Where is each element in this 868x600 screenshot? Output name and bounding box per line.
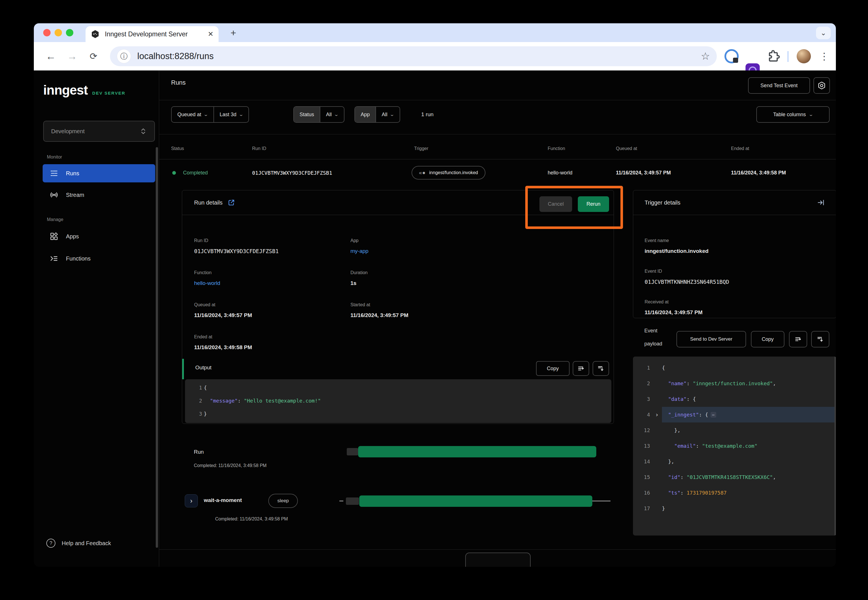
logo-row: inngest DEV SERVER (43, 82, 125, 98)
help-icon: ? (46, 539, 55, 548)
output-copy-button[interactable]: Copy (536, 361, 569, 376)
payload-wrap-lines-button[interactable] (789, 331, 807, 347)
url-bar[interactable]: ⓘ localhost:8288/runs ☆ (110, 46, 717, 66)
col-queued-at[interactable]: Queued at (616, 146, 637, 151)
traffic-light-close[interactable] (43, 29, 51, 36)
token-punct: : (687, 380, 693, 386)
sidebar-item-runs[interactable]: Runs (42, 164, 155, 182)
settings-gear-button[interactable] (813, 77, 830, 94)
received-at-label: Received at (645, 299, 669, 305)
pagination-button-partial[interactable] (465, 553, 531, 567)
app-content: inngest DEV SERVER Development Monitor R… (34, 70, 836, 567)
step-expand-chevron[interactable]: › (185, 494, 198, 508)
code-text: "message": "Hello test@example.com!" (204, 394, 612, 407)
payload-copy-button[interactable]: Copy (751, 331, 785, 347)
token-punct (662, 396, 668, 402)
run-bar[interactable] (358, 446, 596, 458)
col-trigger[interactable]: Trigger (414, 146, 428, 151)
app-filter-button[interactable]: All⌄ (375, 107, 400, 122)
browser-menu-icon[interactable]: ⋮ (819, 42, 829, 70)
browser-tab[interactable]: Inngest Development Server ✕ (85, 26, 219, 42)
environment-select[interactable]: Development (43, 121, 155, 142)
token-string: "Hello test@example.com!" (244, 398, 321, 404)
token-punct (204, 398, 210, 404)
environment-select-value: Development (51, 128, 85, 135)
bookmark-star-icon[interactable]: ☆ (701, 50, 710, 62)
token-fold[interactable]: ⋯ (710, 412, 716, 418)
status-filter-button[interactable]: All⌄ (320, 107, 344, 122)
fold-chevron-icon[interactable]: › (652, 411, 662, 418)
main-area: Runs Send Test Event Queued at⌄ Last 3d⌄ (159, 70, 836, 567)
password-manager-extension-icon[interactable] (724, 49, 739, 64)
wrap-lines-icon (794, 335, 802, 343)
external-link-icon[interactable] (228, 199, 235, 206)
function-link[interactable]: hello-world (194, 280, 220, 286)
col-function[interactable]: Function (548, 146, 565, 151)
col-run-id[interactable]: Run ID (252, 146, 266, 151)
output-code-block: 1{2 "message": "Hello test@example.com!"… (185, 379, 612, 423)
step-bar[interactable] (359, 495, 592, 507)
output-wrap-lines-button[interactable] (573, 361, 589, 376)
token-key: "name" (668, 380, 687, 386)
duration-label: Duration (351, 270, 367, 275)
new-tab-button[interactable]: + (231, 27, 236, 38)
inngest-favicon-icon (91, 30, 100, 39)
tab-title: Inngest Development Server (105, 30, 205, 38)
help-and-feedback[interactable]: ? Help and Feedback (46, 539, 111, 548)
sidebar-item-label: Functions (66, 255, 91, 262)
collapse-panel-icon[interactable] (817, 198, 825, 206)
filter-range-button[interactable]: Last 3d⌄ (214, 107, 249, 122)
started-at-value: 11/16/2024, 3:49:57 PM (351, 312, 408, 318)
col-status[interactable]: Status (171, 146, 184, 151)
table-columns-button[interactable]: Table columns⌄ (756, 106, 830, 123)
run-bar-queue-segment (347, 448, 358, 455)
event-payload-label: Event payload (644, 324, 662, 350)
sidebar-item-stream[interactable]: Stream (42, 186, 155, 204)
token-punct: : (680, 474, 687, 480)
scrollbar-thumb[interactable] (156, 147, 158, 548)
token-punct: { (662, 365, 665, 371)
chevron-down-icon: ⌄ (238, 112, 244, 117)
started-at-label: Started at (351, 302, 370, 308)
tab-close-icon[interactable]: ✕ (208, 30, 214, 38)
token-number: 1731790197587 (687, 490, 727, 496)
token-punct: : (696, 443, 702, 449)
sidebar-item-label: Stream (66, 192, 84, 198)
filter-field-button[interactable]: Queued at⌄ (171, 107, 214, 122)
url-text: localhost:8288/runs (137, 51, 701, 61)
traffic-light-minimize[interactable] (55, 29, 62, 36)
app-link[interactable]: my-app (351, 248, 368, 254)
reload-icon[interactable]: ⟳ (85, 42, 102, 70)
code-text: "email": "test@example.com" (662, 438, 836, 454)
received-at-value: 11/16/2024, 3:49:57 PM (645, 309, 703, 316)
send-test-event-button[interactable]: Send Test Event (748, 77, 810, 94)
sidebar-item-apps[interactable]: Apps (42, 227, 155, 245)
run-id-label: Run ID (194, 238, 208, 243)
output-title: Output (195, 365, 211, 371)
col-ended-at[interactable]: Ended at (731, 146, 749, 151)
payload-expand-button[interactable] (811, 331, 829, 347)
toolbar-separator (788, 51, 788, 62)
status-badge: Completed (183, 165, 208, 181)
extensions-puzzle-icon[interactable] (766, 49, 781, 64)
app-filter-value: All (382, 112, 387, 118)
send-to-dev-server-button[interactable]: Send to Dev Server (677, 331, 746, 347)
trigger-pill-label: inngest/function.invoked (429, 170, 478, 175)
scrollbar-track[interactable] (835, 356, 836, 535)
site-info-icon[interactable]: ⓘ (117, 49, 131, 64)
event-name-value: inngest/function.invoked (645, 248, 709, 254)
step-kind-badge: sleep (268, 494, 298, 508)
sidebar-item-functions[interactable]: Functions (42, 249, 155, 268)
app-filter-label: App (355, 107, 375, 122)
output-expand-button[interactable] (593, 361, 609, 376)
row-ended-at: 11/16/2024, 3:49:58 PM (731, 165, 786, 181)
tab-search-chevron-icon[interactable]: ⌄ (816, 27, 831, 39)
apps-icon (49, 232, 59, 241)
line-number: 16 (633, 490, 652, 496)
code-line: 17} (633, 501, 836, 516)
traffic-light-zoom[interactable] (66, 29, 73, 36)
forward-icon[interactable]: → (64, 42, 81, 70)
back-icon[interactable]: ← (42, 42, 59, 70)
profile-avatar[interactable] (797, 49, 811, 64)
trigger-pill[interactable]: «●inngest/function.invoked (411, 165, 486, 181)
